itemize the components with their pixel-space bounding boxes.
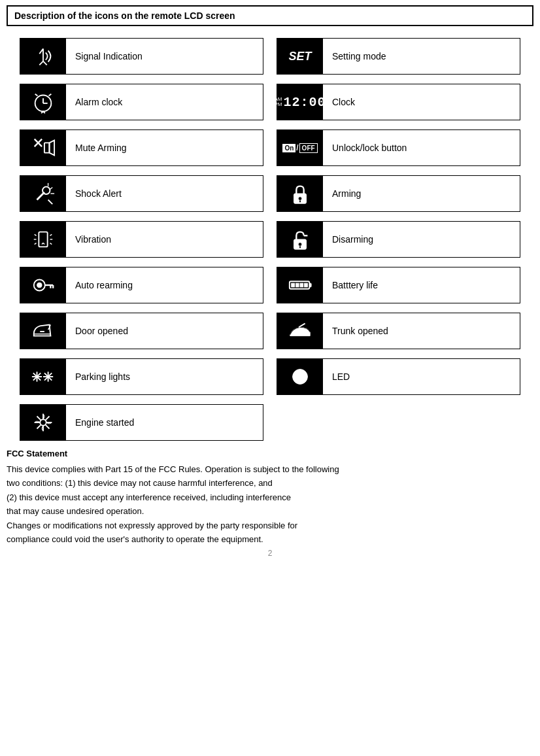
icon-item-led: LED: [277, 358, 520, 395]
door-opened-icon: [31, 318, 56, 343]
fcc-line2: two conditions: (1) this device may not …: [7, 477, 533, 490]
battery-icon-box: [277, 267, 323, 303]
disarming-icon-box: [277, 222, 323, 257]
disarming-icon: [288, 227, 312, 252]
svg-rect-23: [39, 232, 47, 247]
icon-item-clock: AMPM 12:00 Clock: [277, 84, 520, 120]
svg-rect-40: [292, 283, 295, 287]
clock-display-icon: AMPM 12:00: [275, 95, 326, 110]
clock-digits: 12:00: [284, 95, 326, 110]
svg-point-55: [40, 419, 46, 426]
svg-line-8: [49, 94, 52, 96]
page-header: Description of the icons on the remote L…: [7, 5, 533, 26]
clock-ampm: AMPM: [275, 97, 282, 107]
clock-icon-box: AMPM 12:00: [277, 84, 323, 120]
shock-alert-label: Shock Alert: [66, 188, 122, 199]
svg-line-2: [39, 61, 43, 65]
engine-started-icon-box: [20, 405, 66, 440]
vibration-label: Vibration: [66, 234, 111, 245]
icon-item-trunk-opened: Trunk opened: [277, 313, 520, 349]
svg-line-7: [35, 94, 38, 96]
svg-rect-13: [44, 143, 50, 152]
fcc-line5: Changes or modifications not expressly a…: [7, 519, 533, 532]
clock-label: Clock: [323, 97, 355, 107]
parking-lights-label: Parking lights: [66, 371, 130, 382]
svg-line-3: [43, 61, 47, 65]
svg-rect-39: [309, 283, 311, 287]
icon-item-battery: Batttery life: [277, 267, 520, 303]
engine-started-icon: [31, 410, 56, 435]
engine-started-label: Engine started: [66, 417, 134, 428]
trunk-opened-label: Trunk opened: [323, 326, 388, 336]
fcc-line4: that may cause undesired operation.: [7, 505, 533, 518]
svg-rect-43: [305, 283, 308, 287]
auto-rearming-icon: [31, 273, 56, 298]
icon-item-disarming: Disarming: [277, 221, 520, 258]
shock-alert-icon: [31, 181, 56, 206]
off-text: OFF: [299, 143, 318, 153]
arming-label: Arming: [323, 188, 361, 199]
disarming-label: Disarming: [323, 234, 373, 245]
icons-grid: Signal Indication SET Setting mode Alarm…: [20, 38, 520, 441]
icon-item-arming: Arming: [277, 175, 520, 212]
svg-marker-14: [50, 141, 55, 156]
page-number: 2: [0, 549, 540, 558]
unlock-lock-label: Unlock/lock button: [323, 143, 407, 153]
icon-item-door-opened: Door opened: [20, 313, 263, 349]
svg-line-63: [37, 425, 41, 429]
vibration-icon-box: [20, 222, 66, 257]
auto-rearming-label: Auto rearming: [66, 280, 133, 290]
parking-lights-icon-box: [20, 359, 66, 394]
unlock-lock-icon-box: On / OFF: [277, 130, 323, 165]
mute-arming-icon: [31, 135, 56, 160]
onoff-icon: On / OFF: [282, 143, 317, 153]
set-icon: SET: [288, 50, 311, 63]
svg-line-26: [35, 243, 37, 245]
svg-line-61: [46, 425, 50, 429]
icon-item-signal-indication: Signal Indication: [20, 38, 263, 75]
door-opened-label: Door opened: [66, 326, 128, 336]
parking-lights-icon: [31, 364, 56, 389]
svg-rect-41: [295, 283, 299, 287]
signal-icon: [31, 44, 56, 69]
icon-item-shock-alert: Shock Alert: [20, 175, 263, 212]
icon-item-parking-lights: Parking lights: [20, 358, 263, 395]
signal-indication-label: Signal Indication: [66, 51, 143, 61]
svg-point-34: [37, 283, 42, 288]
led-label: LED: [323, 371, 350, 382]
alarm-clock-icon: [31, 90, 56, 114]
battery-label: Batttery life: [323, 280, 378, 290]
icon-item-alarm-clock: Alarm clock: [20, 84, 263, 120]
svg-line-24: [35, 234, 37, 235]
icon-item-auto-rearming: Auto rearming: [20, 267, 263, 303]
svg-line-27: [50, 234, 52, 235]
svg-point-31: [298, 243, 302, 247]
fcc-line3: (2) this device must accept any interfer…: [7, 491, 533, 504]
mute-arming-icon-box: [20, 130, 66, 165]
alarm-clock-label: Alarm clock: [66, 97, 122, 107]
svg-point-15: [42, 187, 50, 194]
svg-point-21: [298, 197, 302, 201]
led-icon-box: [277, 359, 323, 394]
svg-line-29: [50, 243, 52, 245]
trunk-opened-icon-box: [277, 313, 323, 349]
fcc-title: FCC Statement: [7, 447, 533, 460]
icon-item-vibration: Vibration: [20, 221, 263, 258]
signal-icon-box: [20, 39, 66, 74]
svg-line-45: [299, 324, 305, 328]
svg-line-16: [48, 200, 53, 205]
setting-mode-icon-box: SET: [277, 39, 323, 74]
setting-mode-label: Setting mode: [323, 51, 386, 61]
alarm-clock-icon-box: [20, 84, 66, 120]
fcc-line1: This device complies with Part 15 of the…: [7, 463, 533, 476]
svg-rect-42: [300, 283, 303, 287]
led-icon: [288, 364, 312, 389]
page-title: Description of the icons on the remote L…: [14, 10, 235, 21]
arming-icon: [288, 181, 312, 206]
mute-arming-label: Mute Arming: [66, 143, 127, 153]
icon-item-setting-mode: SET Setting mode: [277, 38, 520, 75]
icon-item-engine-started: Engine started: [20, 404, 263, 441]
battery-icon: [288, 273, 312, 298]
icon-item-mute-arming: Mute Arming: [20, 129, 263, 166]
on-text: On: [282, 144, 295, 152]
